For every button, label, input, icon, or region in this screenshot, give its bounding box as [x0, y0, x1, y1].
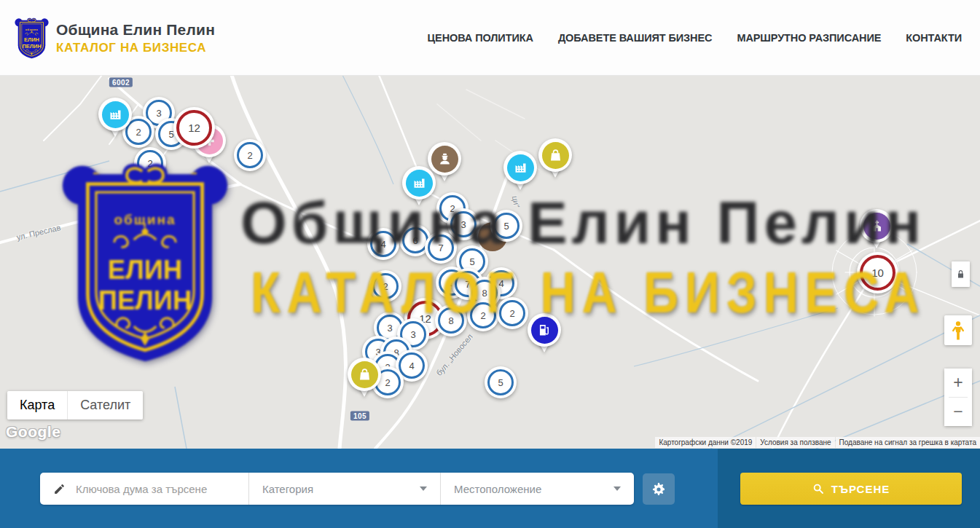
map-cluster-marker[interactable]: 2	[134, 147, 166, 179]
search-button[interactable]: ТЪРСЕНЕ	[740, 473, 962, 505]
search-icon	[812, 483, 824, 494]
pegman-icon	[950, 320, 966, 341]
site-header: община ЕЛИН ПЕЛИН Община Елин Пелин КАТА…	[0, 0, 980, 76]
chevron-down-icon	[420, 486, 427, 494]
location-select[interactable]: Местоположение	[441, 473, 634, 505]
watermark-subtitle: КАТАЛОГ НА БИЗНЕСА	[251, 259, 925, 326]
map-pin-factory[interactable]	[503, 151, 537, 196]
map-cluster-marker[interactable]: 10	[857, 252, 898, 293]
svg-text:ПЕЛИН: ПЕЛИН	[98, 285, 192, 315]
category-select-value: Категория	[262, 483, 313, 495]
lock-icon	[956, 269, 965, 280]
map-pin-factory[interactable]	[402, 166, 436, 211]
map-cluster-marker[interactable]: 7	[425, 232, 457, 264]
street-view-pegman-button[interactable]	[944, 315, 972, 345]
attribution-copyright: Картографски данни ©2019	[655, 437, 756, 448]
map-cluster-marker[interactable]: 2	[467, 299, 499, 331]
attribution-report-error-link[interactable]: Подаване на сигнал за грешка в картата	[836, 437, 980, 448]
map-type-map-button[interactable]: Карта	[7, 391, 68, 419]
settings-gear-button[interactable]	[643, 473, 675, 505]
main-nav: ЦЕНОВА ПОЛИТИКА ДОБАВЕТЕ ВАШИЯТ БИЗНЕС М…	[428, 0, 962, 75]
street-label: ул. Преслав	[15, 223, 61, 242]
svg-text:ПЕЛИН: ПЕЛИН	[22, 43, 41, 50]
site-subtitle: КАТАЛОГ НА БИЗНЕСА	[56, 41, 215, 55]
map-type-satellite-button[interactable]: Сателит	[68, 391, 143, 419]
map-cluster-marker[interactable]: 5	[490, 210, 522, 242]
chevron-down-icon	[614, 486, 621, 494]
watermark-crest-icon: община ЕЛИН ПЕЛИН	[61, 154, 229, 367]
zoom-out-button[interactable]: −	[944, 398, 972, 426]
nav-price-policy[interactable]: ЦЕНОВА ПОЛИТИКА	[428, 32, 533, 44]
municipality-crest-icon: община ЕЛИН ПЕЛИН	[15, 16, 49, 60]
keyword-section	[40, 473, 248, 505]
map-pin-bag[interactable]	[538, 138, 572, 184]
attribution-terms-link[interactable]: Условия за ползване	[756, 437, 834, 448]
nav-contacts[interactable]: КОНТАКТИ	[906, 32, 962, 44]
map-attribution: Картографски данни ©2019 Условия за полз…	[655, 437, 980, 448]
site-logo-text: Община Елин Пелин КАТАЛОГ НА БИЗНЕСА	[56, 21, 215, 55]
map-cluster-marker[interactable]: 12	[173, 107, 215, 149]
map-pin-church[interactable]	[860, 209, 893, 254]
search-input-group: Категория Местоположение	[40, 473, 634, 505]
map-cluster-marker[interactable]: 2	[369, 270, 401, 302]
google-map[interactable]: 6002105ул. Преславбул. „Новоселци" 32512…	[0, 75, 980, 449]
page: община ЕЛИН ПЕЛИН Община Елин Пелин КАТА…	[0, 0, 980, 528]
map-cluster-marker[interactable]: 2	[234, 139, 266, 171]
search-button-label: ТЪРСЕНЕ	[831, 483, 890, 495]
map-cluster-marker[interactable]: 4	[367, 228, 399, 260]
map-cluster-marker[interactable]: 8	[435, 304, 467, 336]
road-number-badge: 6002	[109, 78, 133, 87]
pencil-icon	[53, 483, 66, 495]
map-cluster-marker[interactable]: 2	[496, 297, 528, 329]
watermark-title: Община Елин Пелин	[240, 189, 925, 257]
map-type-control: Карта Сателит	[7, 391, 143, 419]
svg-text:ЕЛИН: ЕЛИН	[24, 36, 39, 43]
gear-icon	[651, 482, 666, 497]
map-cluster-marker[interactable]: 3	[447, 208, 479, 240]
zoom-control: + −	[944, 369, 972, 426]
map-pin-factory[interactable]	[98, 98, 132, 143]
map-pin-fuel[interactable]	[528, 313, 561, 358]
zoom-in-button[interactable]: +	[944, 369, 972, 397]
street-label: бул. „Новосел	[434, 332, 474, 377]
location-select-value: Местоположение	[454, 483, 541, 495]
road-number-badge: 105	[350, 411, 369, 421]
svg-text:ЕЛИН: ЕЛИН	[108, 255, 182, 285]
svg-text:община: община	[114, 212, 176, 227]
google-logo[interactable]: Google	[6, 423, 60, 441]
site-logo[interactable]: община ЕЛИН ПЕЛИН Община Елин Пелин КАТА…	[15, 16, 215, 60]
keyword-search-input[interactable]	[74, 482, 248, 496]
nav-add-business[interactable]: ДОБАВЕТЕ ВАШИЯТ БИЗНЕС	[558, 32, 713, 44]
map-cluster-marker[interactable]: 5	[485, 366, 517, 398]
nav-route-schedule[interactable]: МАРШРУТНО РАЗПИСАНИЕ	[737, 32, 881, 44]
lock-button[interactable]	[952, 261, 970, 287]
map-pin-bag[interactable]	[348, 358, 381, 403]
site-title: Община Елин Пелин	[56, 21, 215, 39]
search-bar: Категория Местоположение ТЪРСЕНЕ	[0, 449, 980, 528]
svg-text:община: община	[26, 28, 39, 31]
category-select[interactable]: Категория	[249, 473, 440, 505]
